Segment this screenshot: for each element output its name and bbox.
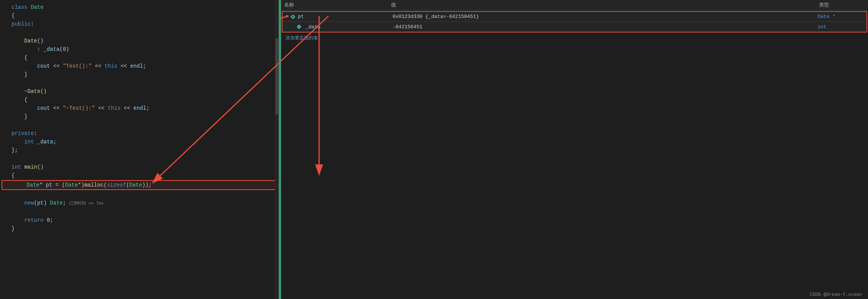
- code-text: };: [11, 146, 18, 154]
- code-text: {: [11, 54, 27, 62]
- code-line: [0, 154, 279, 163]
- scroll-thumb[interactable]: [275, 38, 278, 115]
- code-text: {: [11, 171, 15, 180]
- code-text: }: [11, 70, 27, 79]
- watch-row-name-pt: ▼ pt: [286, 14, 393, 20]
- code-line: ~Date(): [0, 87, 279, 96]
- highlighted-code-line: Date* pt = (Date*)malloc(sizeof(Date));: [2, 180, 277, 190]
- code-line: class Date: [0, 3, 279, 11]
- code-line: new(pt) Date; 已用时间 <= 7ms: [0, 199, 279, 208]
- watch-row-name-data: _data: [286, 24, 393, 30]
- data-var-name: _data: [305, 24, 320, 30]
- code-panel: class Date { public: Date() : _data(0): [0, 0, 279, 299]
- watch-panel: 名称 值 类型 ▼ pt 0x0123d330 {_data=-84215045…: [281, 0, 868, 299]
- code-line: cout << "~Test():" << this << endl;: [0, 104, 279, 112]
- code-line: private:: [0, 129, 279, 138]
- time-badge: 已用时间 <= 7ms: [69, 201, 103, 206]
- pt-var-name: pt: [298, 14, 304, 20]
- col-header-type: 类型: [819, 2, 865, 8]
- code-line: int main(): [0, 163, 279, 171]
- code-line: }: [0, 70, 279, 79]
- data-type: int: [818, 24, 863, 30]
- code-text: Date* pt = (Date*)malloc(sizeof(Date));: [14, 181, 152, 189]
- code-line: [0, 79, 279, 87]
- status-bar: CSDN @Dream-Y.ocean: [803, 291, 868, 299]
- code-text: [11, 208, 15, 216]
- watch-rows-container: ▼ pt 0x0123d330 {_data=-842150451} Date …: [282, 11, 867, 32]
- attribution-text: CSDN @Dream-Y.ocean: [810, 292, 862, 297]
- code-line: return 0;: [0, 216, 279, 224]
- code-line: }: [0, 112, 279, 121]
- code-text: [11, 121, 15, 129]
- code-text: return 0;: [11, 216, 53, 224]
- code-text: class Date: [11, 3, 44, 11]
- code-text: ~Date(): [11, 87, 47, 96]
- code-text: [11, 190, 15, 199]
- code-line: [0, 121, 279, 129]
- code-line: [0, 208, 279, 216]
- code-text: {: [11, 11, 15, 20]
- pt-icon: [290, 14, 296, 20]
- col-header-value: 值: [391, 2, 819, 8]
- data-value: -842150451: [393, 24, 818, 30]
- pt-type: Date *: [818, 14, 863, 20]
- code-line: cout << "Test():" << this << endl;: [0, 62, 279, 70]
- code-text: new(pt) Date; 已用时间 <= 7ms: [11, 199, 104, 208]
- debug-arrow: [281, 0, 868, 299]
- code-text: {: [11, 96, 27, 104]
- code-line: Date(): [0, 37, 279, 45]
- code-content: class Date { public: Date() : _data(0): [0, 0, 279, 236]
- add-watch-link[interactable]: 添加要监视的项: [281, 33, 868, 43]
- code-line: public:: [0, 20, 279, 28]
- scrollbar[interactable]: [275, 0, 279, 299]
- code-line: int _data;: [0, 138, 279, 146]
- code-text: cout << "~Test():" << this << endl;: [11, 104, 149, 112]
- code-text: : _data(0): [11, 45, 69, 54]
- code-text: [11, 154, 15, 163]
- code-line: }: [0, 224, 279, 233]
- pt-value: 0x0123d330 {_data=-842150451}: [393, 14, 818, 20]
- watch-table-header: 名称 值 类型: [281, 0, 868, 10]
- code-line: {: [0, 11, 279, 20]
- col-header-name: 名称: [284, 2, 391, 8]
- code-line: {: [0, 96, 279, 104]
- code-line: [0, 28, 279, 37]
- code-line: {: [0, 171, 279, 180]
- code-line: };: [0, 146, 279, 154]
- code-text: private:: [11, 129, 37, 138]
- code-text: public:: [11, 20, 34, 28]
- code-line: [0, 190, 279, 199]
- code-text: int main(): [11, 163, 44, 171]
- code-text: [11, 28, 15, 37]
- code-text: Date(): [11, 37, 44, 45]
- code-line: {: [0, 54, 279, 62]
- data-icon: [296, 24, 302, 29]
- watch-row-data[interactable]: _data -842150451 int: [283, 22, 866, 32]
- code-line: : _data(0): [0, 45, 279, 54]
- code-text: [11, 79, 15, 87]
- code-text: int _data;: [11, 138, 57, 146]
- expand-icon[interactable]: ▼: [286, 15, 288, 19]
- code-text: cout << "Test():" << this << endl;: [11, 62, 146, 70]
- code-text: }: [11, 224, 15, 233]
- code-text: }: [11, 112, 27, 121]
- watch-row-pt[interactable]: ▼ pt 0x0123d330 {_data=-842150451} Date …: [283, 12, 866, 22]
